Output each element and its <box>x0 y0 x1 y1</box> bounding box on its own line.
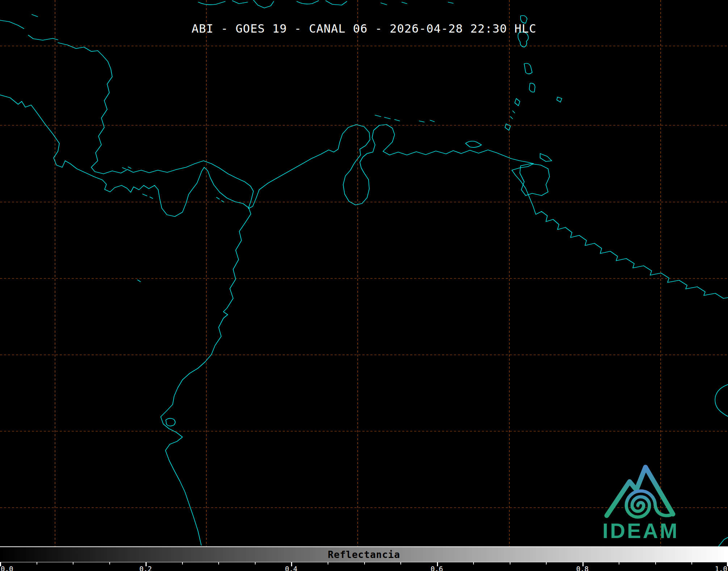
colorbar-tick-label: 0.6 <box>430 566 443 571</box>
ideam-logo-text: IDEAM <box>602 518 680 543</box>
ideam-logo-icon <box>602 451 680 520</box>
colorbar-tick-label: 0.0 <box>1 566 13 571</box>
ideam-logo: IDEAM <box>602 451 680 543</box>
colorbar-tick-label: 0.2 <box>139 566 152 571</box>
colorbar-minor-tick <box>546 562 547 564</box>
colorbar-minor-tick <box>73 562 73 564</box>
colorbar-minor-tick <box>619 562 619 564</box>
colorbar-minor-tick <box>364 562 365 564</box>
colorbar-minor-tick <box>109 562 110 564</box>
colorbar-minor-tick <box>328 562 328 564</box>
colorbar-tick-label: 1.0 <box>715 566 727 571</box>
colorbar-minor-tick <box>473 562 474 564</box>
colorbar-axis: 0.00.20.40.60.81.0 <box>0 562 728 571</box>
colorbar: Reflectancia 0.00.20.40.60.81.0 <box>0 546 728 571</box>
colorbar-gradient: Reflectancia <box>0 546 728 562</box>
colorbar-label: Reflectancia <box>328 549 400 560</box>
colorbar-minor-tick <box>691 562 692 564</box>
colorbar-minor-tick <box>655 562 656 564</box>
colorbar-tick-label: 0.8 <box>576 566 589 571</box>
colorbar-minor-tick <box>510 562 510 564</box>
colorbar-minor-tick <box>218 562 219 564</box>
colorbar-tick-label: 0.4 <box>285 566 297 571</box>
colorbar-minor-tick <box>255 562 256 564</box>
colorbar-minor-tick <box>400 562 401 564</box>
colorbar-minor-tick <box>37 562 37 564</box>
satellite-image-viewport: ABI - GOES 19 - CANAL 06 - 2026-04-28 22… <box>0 0 728 571</box>
image-title: ABI - GOES 19 - CANAL 06 - 2026-04-28 22… <box>0 22 728 35</box>
colorbar-minor-tick <box>182 562 183 564</box>
